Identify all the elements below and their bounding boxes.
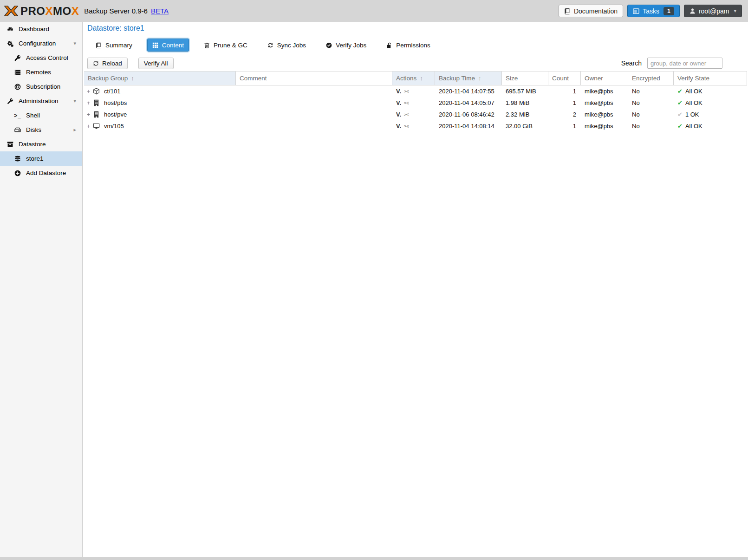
building-icon (93, 99, 100, 106)
verify-all-button[interactable]: Verify All (138, 58, 174, 69)
count-cell: 1 (548, 123, 581, 130)
archive-icon (6, 141, 14, 148)
tab-content[interactable]: Content (147, 39, 189, 52)
sidebar-item-access-control[interactable]: Access Control (0, 51, 82, 65)
encrypted-cell: No (628, 99, 674, 106)
owner-text: mike@pbs (585, 111, 613, 118)
database-icon (13, 156, 22, 162)
caret-down-icon[interactable]: ▾ (73, 41, 76, 46)
scissors-icon[interactable]: ✂ (403, 123, 409, 130)
check-icon: ✔ (677, 111, 683, 117)
encrypted-cell: No (628, 123, 674, 130)
verify-action[interactable]: V. (396, 88, 401, 95)
column-label: Encrypted (632, 75, 660, 82)
sidebar-item-store1[interactable]: store1 (0, 151, 82, 166)
tab-label: Content (162, 42, 184, 49)
documentation-button[interactable]: Documentation (559, 5, 623, 17)
sidebar-item-disks[interactable]: Disks▸ (0, 123, 82, 137)
size-cell: 695.57 MiB (502, 88, 548, 95)
sidebar-item-dashboard[interactable]: Dashboard (0, 22, 82, 36)
column-header-count[interactable]: Count (548, 72, 581, 85)
main-content: Datastore: store1 SummaryContentPrune & … (83, 22, 748, 557)
backup-time-cell: 2020-11-04 14:08:14 (435, 123, 502, 130)
column-label: Backup Time (439, 75, 475, 82)
expand-row-toggle[interactable]: + (86, 123, 91, 130)
column-header-size[interactable]: Size (502, 72, 548, 85)
building-icon (93, 111, 100, 118)
check-icon: ✔ (677, 123, 683, 129)
sidebar-item-configuration[interactable]: Configuration▾ (0, 36, 82, 51)
beta-link[interactable]: BETA (151, 7, 169, 15)
backup-group-label: ct/101 (104, 88, 120, 95)
cube-icon (93, 88, 100, 95)
user-menu-button[interactable]: root@pam ▾ (684, 5, 742, 17)
column-header-actions[interactable]: Actions↑ (392, 72, 435, 85)
scissors-icon[interactable]: ✂ (403, 100, 409, 106)
verify-state-cell: ✔All OK (674, 123, 747, 130)
backup-group-cell: +host/pbs (84, 99, 236, 106)
expand-row-toggle[interactable]: + (86, 88, 91, 95)
verify-action[interactable]: V. (396, 111, 401, 118)
column-header-backup-group[interactable]: Backup Group↑ (84, 72, 236, 85)
topbar-actions: Documentation Tasks 1 root@pam ▾ (559, 5, 742, 17)
book-icon (564, 8, 571, 14)
column-header-backup-time[interactable]: Backup Time↑ (435, 72, 502, 85)
sidebar-item-shell[interactable]: >_Shell (0, 108, 82, 123)
tab-prune-gc[interactable]: Prune & GC (199, 39, 253, 52)
tab-permissions[interactable]: Permissions (381, 39, 436, 52)
sync-icon (267, 42, 273, 48)
expand-row-toggle[interactable]: + (86, 100, 91, 106)
backup-time-text: 2020-11-04 14:05:07 (439, 99, 494, 106)
column-label: Verify State (677, 75, 709, 82)
tab-summary[interactable]: Summary (91, 39, 137, 52)
sidebar-item-datastore[interactable]: Datastore (0, 137, 82, 151)
actions-cell: V.✂ (392, 99, 435, 106)
documentation-label: Documentation (574, 7, 618, 15)
column-header-encrypted[interactable]: Encrypted (628, 72, 674, 85)
tab-verify-jobs[interactable]: Verify Jobs (321, 39, 371, 52)
table-row-vm-105[interactable]: +vm/105V.✂2020-11-04 14:08:1432.00 GiB1m… (84, 120, 747, 132)
logo-letter-group: X (72, 5, 79, 18)
actions-cell: V.✂ (392, 123, 435, 130)
logo-letter-group: PRO (20, 5, 46, 18)
sidebar-item-label: Configuration (19, 40, 56, 47)
owner-cell: mike@pbs (581, 123, 628, 130)
tasks-button[interactable]: Tasks 1 (627, 5, 680, 17)
count-cell: 1 (548, 88, 581, 95)
search-input[interactable] (647, 58, 722, 69)
proxmox-logo: PROXMOX (4, 5, 79, 18)
tab-bar: SummaryContentPrune & GCSync JobsVerify … (91, 39, 436, 52)
sidebar-item-add-datastore[interactable]: Add Datastore (0, 166, 82, 180)
caret-right-icon[interactable]: ▸ (73, 127, 76, 132)
verify-action[interactable]: V. (396, 123, 401, 130)
sidebar-item-label: Dashboard (19, 26, 49, 33)
column-header-owner[interactable]: Owner (581, 72, 628, 85)
column-header-comment[interactable]: Comment (236, 72, 392, 85)
table-row-ct-101[interactable]: +ct/101V.✂2020-11-04 14:07:55695.57 MiB1… (84, 85, 747, 97)
column-header-verify-state[interactable]: Verify State (674, 72, 747, 85)
sidebar-item-subscription[interactable]: Subscription (0, 79, 82, 94)
tab-sync-jobs[interactable]: Sync Jobs (262, 39, 311, 52)
sort-asc-icon: ↑ (131, 75, 134, 81)
key-icon (13, 55, 22, 61)
encrypted-text: No (632, 111, 640, 118)
column-label: Count (552, 75, 569, 82)
scissors-icon[interactable]: ✂ (403, 111, 409, 118)
count-cell: 2 (548, 111, 581, 118)
tab-label: Sync Jobs (277, 42, 306, 49)
scissors-icon[interactable]: ✂ (403, 88, 409, 95)
encrypted-text: No (632, 123, 640, 130)
logo-letter-group: MO (53, 5, 72, 18)
sidebar-item-administration[interactable]: Administration▾ (0, 94, 82, 108)
size-text: 2.32 MiB (506, 111, 529, 118)
size-text: 1.98 MiB (506, 99, 529, 106)
verify-action[interactable]: V. (396, 99, 401, 106)
sidebar-item-remotes[interactable]: Remotes (0, 65, 82, 79)
expand-row-toggle[interactable]: + (86, 111, 91, 118)
caret-down-icon[interactable]: ▾ (73, 98, 76, 104)
table-row-host-pve[interactable]: +host/pveV.✂2020-11-06 08:46:422.32 MiB2… (84, 109, 747, 120)
tasks-count-badge: 1 (663, 7, 674, 15)
reload-button[interactable]: Reload (87, 58, 128, 69)
tab-label: Verify Jobs (336, 42, 366, 49)
table-row-host-pbs[interactable]: +host/pbsV.✂2020-11-04 14:05:071.98 MiB1… (84, 97, 747, 109)
